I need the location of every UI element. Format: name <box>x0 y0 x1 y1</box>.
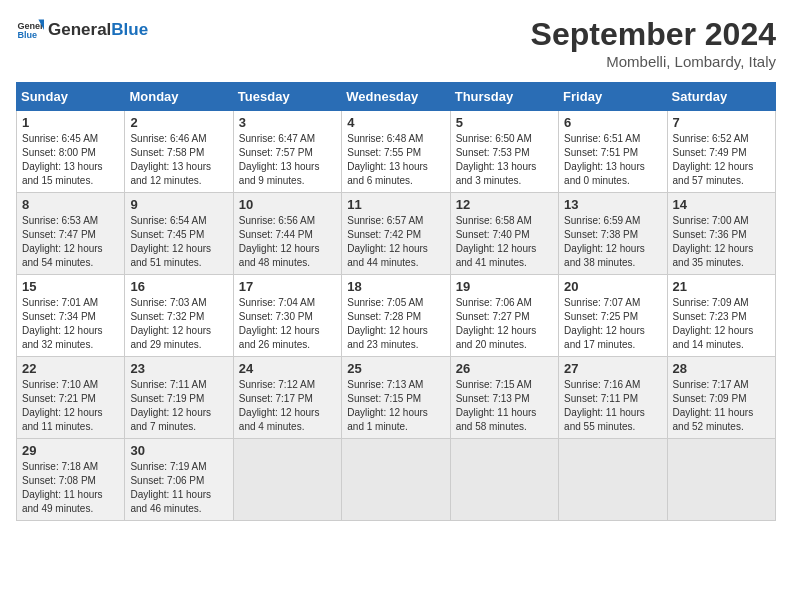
day-number: 22 <box>22 361 119 376</box>
title-area: September 2024 Mombelli, Lombardy, Italy <box>531 16 776 70</box>
calendar-cell: 29Sunrise: 7:18 AMSunset: 7:08 PMDayligh… <box>17 439 125 521</box>
day-info: Sunrise: 7:18 AMSunset: 7:08 PMDaylight:… <box>22 460 119 516</box>
calendar-cell: 27Sunrise: 7:16 AMSunset: 7:11 PMDayligh… <box>559 357 667 439</box>
calendar-cell: 23Sunrise: 7:11 AMSunset: 7:19 PMDayligh… <box>125 357 233 439</box>
day-info: Sunrise: 7:10 AMSunset: 7:21 PMDaylight:… <box>22 378 119 434</box>
calendar-body: 1Sunrise: 6:45 AMSunset: 8:00 PMDaylight… <box>17 111 776 521</box>
day-number: 23 <box>130 361 227 376</box>
calendar-cell: 24Sunrise: 7:12 AMSunset: 7:17 PMDayligh… <box>233 357 341 439</box>
day-number: 12 <box>456 197 553 212</box>
day-info: Sunrise: 6:56 AMSunset: 7:44 PMDaylight:… <box>239 214 336 270</box>
calendar-cell: 20Sunrise: 7:07 AMSunset: 7:25 PMDayligh… <box>559 275 667 357</box>
header-tuesday: Tuesday <box>233 83 341 111</box>
day-number: 8 <box>22 197 119 212</box>
header-monday: Monday <box>125 83 233 111</box>
calendar-cell: 14Sunrise: 7:00 AMSunset: 7:36 PMDayligh… <box>667 193 775 275</box>
day-info: Sunrise: 7:09 AMSunset: 7:23 PMDaylight:… <box>673 296 770 352</box>
calendar-cell: 9Sunrise: 6:54 AMSunset: 7:45 PMDaylight… <box>125 193 233 275</box>
day-info: Sunrise: 6:46 AMSunset: 7:58 PMDaylight:… <box>130 132 227 188</box>
calendar-cell: 19Sunrise: 7:06 AMSunset: 7:27 PMDayligh… <box>450 275 558 357</box>
day-info: Sunrise: 6:54 AMSunset: 7:45 PMDaylight:… <box>130 214 227 270</box>
header-sunday: Sunday <box>17 83 125 111</box>
calendar-title: September 2024 <box>531 16 776 53</box>
day-number: 10 <box>239 197 336 212</box>
day-info: Sunrise: 7:01 AMSunset: 7:34 PMDaylight:… <box>22 296 119 352</box>
day-info: Sunrise: 6:52 AMSunset: 7:49 PMDaylight:… <box>673 132 770 188</box>
header-saturday: Saturday <box>667 83 775 111</box>
calendar-cell: 13Sunrise: 6:59 AMSunset: 7:38 PMDayligh… <box>559 193 667 275</box>
calendar-header: SundayMondayTuesdayWednesdayThursdayFrid… <box>17 83 776 111</box>
calendar-cell: 26Sunrise: 7:15 AMSunset: 7:13 PMDayligh… <box>450 357 558 439</box>
day-info: Sunrise: 7:19 AMSunset: 7:06 PMDaylight:… <box>130 460 227 516</box>
calendar-week-4: 22Sunrise: 7:10 AMSunset: 7:21 PMDayligh… <box>17 357 776 439</box>
header-wednesday: Wednesday <box>342 83 450 111</box>
header-friday: Friday <box>559 83 667 111</box>
calendar-cell: 7Sunrise: 6:52 AMSunset: 7:49 PMDaylight… <box>667 111 775 193</box>
day-number: 5 <box>456 115 553 130</box>
day-info: Sunrise: 7:07 AMSunset: 7:25 PMDaylight:… <box>564 296 661 352</box>
calendar-cell <box>450 439 558 521</box>
svg-text:Blue: Blue <box>17 30 37 40</box>
day-number: 19 <box>456 279 553 294</box>
logo-general: General <box>48 20 111 40</box>
header-row: SundayMondayTuesdayWednesdayThursdayFrid… <box>17 83 776 111</box>
calendar-cell: 1Sunrise: 6:45 AMSunset: 8:00 PMDaylight… <box>17 111 125 193</box>
calendar-cell: 25Sunrise: 7:13 AMSunset: 7:15 PMDayligh… <box>342 357 450 439</box>
day-info: Sunrise: 6:45 AMSunset: 8:00 PMDaylight:… <box>22 132 119 188</box>
calendar-cell: 3Sunrise: 6:47 AMSunset: 7:57 PMDaylight… <box>233 111 341 193</box>
calendar-cell: 12Sunrise: 6:58 AMSunset: 7:40 PMDayligh… <box>450 193 558 275</box>
calendar-week-1: 1Sunrise: 6:45 AMSunset: 8:00 PMDaylight… <box>17 111 776 193</box>
day-number: 24 <box>239 361 336 376</box>
calendar-cell: 2Sunrise: 6:46 AMSunset: 7:58 PMDaylight… <box>125 111 233 193</box>
calendar-cell <box>667 439 775 521</box>
calendar-cell: 28Sunrise: 7:17 AMSunset: 7:09 PMDayligh… <box>667 357 775 439</box>
logo-icon: General Blue <box>16 16 44 44</box>
calendar-cell: 8Sunrise: 6:53 AMSunset: 7:47 PMDaylight… <box>17 193 125 275</box>
day-info: Sunrise: 6:57 AMSunset: 7:42 PMDaylight:… <box>347 214 444 270</box>
calendar-subtitle: Mombelli, Lombardy, Italy <box>531 53 776 70</box>
day-number: 17 <box>239 279 336 294</box>
calendar-cell: 30Sunrise: 7:19 AMSunset: 7:06 PMDayligh… <box>125 439 233 521</box>
logo-blue: Blue <box>111 20 148 40</box>
day-number: 29 <box>22 443 119 458</box>
day-number: 18 <box>347 279 444 294</box>
calendar-cell <box>233 439 341 521</box>
day-number: 4 <box>347 115 444 130</box>
calendar-cell: 11Sunrise: 6:57 AMSunset: 7:42 PMDayligh… <box>342 193 450 275</box>
calendar-cell: 6Sunrise: 6:51 AMSunset: 7:51 PMDaylight… <box>559 111 667 193</box>
day-number: 14 <box>673 197 770 212</box>
calendar-cell: 10Sunrise: 6:56 AMSunset: 7:44 PMDayligh… <box>233 193 341 275</box>
calendar-cell <box>342 439 450 521</box>
day-info: Sunrise: 6:58 AMSunset: 7:40 PMDaylight:… <box>456 214 553 270</box>
day-info: Sunrise: 6:53 AMSunset: 7:47 PMDaylight:… <box>22 214 119 270</box>
day-number: 9 <box>130 197 227 212</box>
day-info: Sunrise: 7:05 AMSunset: 7:28 PMDaylight:… <box>347 296 444 352</box>
calendar-cell: 22Sunrise: 7:10 AMSunset: 7:21 PMDayligh… <box>17 357 125 439</box>
day-info: Sunrise: 7:11 AMSunset: 7:19 PMDaylight:… <box>130 378 227 434</box>
day-info: Sunrise: 6:47 AMSunset: 7:57 PMDaylight:… <box>239 132 336 188</box>
calendar-week-5: 29Sunrise: 7:18 AMSunset: 7:08 PMDayligh… <box>17 439 776 521</box>
day-number: 16 <box>130 279 227 294</box>
day-info: Sunrise: 7:17 AMSunset: 7:09 PMDaylight:… <box>673 378 770 434</box>
day-info: Sunrise: 6:51 AMSunset: 7:51 PMDaylight:… <box>564 132 661 188</box>
calendar-cell: 21Sunrise: 7:09 AMSunset: 7:23 PMDayligh… <box>667 275 775 357</box>
day-info: Sunrise: 7:04 AMSunset: 7:30 PMDaylight:… <box>239 296 336 352</box>
calendar-cell: 17Sunrise: 7:04 AMSunset: 7:30 PMDayligh… <box>233 275 341 357</box>
header-thursday: Thursday <box>450 83 558 111</box>
calendar-cell <box>559 439 667 521</box>
calendar-cell: 5Sunrise: 6:50 AMSunset: 7:53 PMDaylight… <box>450 111 558 193</box>
day-info: Sunrise: 7:15 AMSunset: 7:13 PMDaylight:… <box>456 378 553 434</box>
calendar-week-3: 15Sunrise: 7:01 AMSunset: 7:34 PMDayligh… <box>17 275 776 357</box>
calendar-week-2: 8Sunrise: 6:53 AMSunset: 7:47 PMDaylight… <box>17 193 776 275</box>
calendar-cell: 16Sunrise: 7:03 AMSunset: 7:32 PMDayligh… <box>125 275 233 357</box>
day-info: Sunrise: 7:03 AMSunset: 7:32 PMDaylight:… <box>130 296 227 352</box>
day-number: 25 <box>347 361 444 376</box>
day-info: Sunrise: 7:13 AMSunset: 7:15 PMDaylight:… <box>347 378 444 434</box>
day-number: 27 <box>564 361 661 376</box>
day-info: Sunrise: 6:50 AMSunset: 7:53 PMDaylight:… <box>456 132 553 188</box>
day-number: 7 <box>673 115 770 130</box>
day-number: 28 <box>673 361 770 376</box>
day-info: Sunrise: 7:06 AMSunset: 7:27 PMDaylight:… <box>456 296 553 352</box>
logo: General Blue General Blue <box>16 16 148 44</box>
day-number: 2 <box>130 115 227 130</box>
